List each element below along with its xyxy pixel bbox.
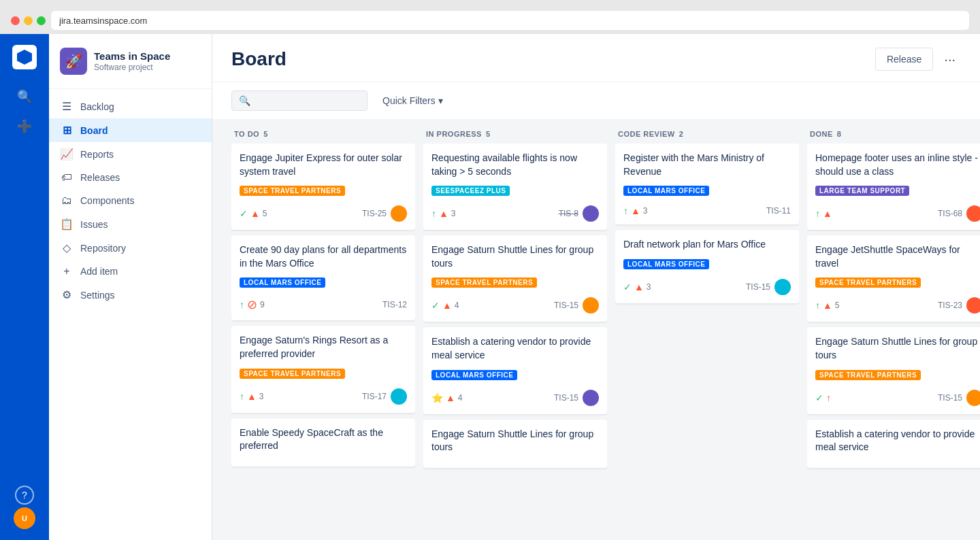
sidebar-item-components[interactable]: 🗂 Components [49,189,212,212]
traffic-lights [11,16,46,25]
releases-icon: 🏷 [60,171,74,184]
sidebar-item-releases[interactable]: 🏷 Releases [49,166,212,189]
card-title: Engage JetShuttle SpaceWays for travel [815,243,980,270]
add-item-icon: + [60,265,74,277]
search-box[interactable]: 🔍 [231,90,368,111]
card-title: Homepage footer uses an inline style - s… [815,152,980,178]
card-label: LOCAL MARS OFFICE [240,277,325,288]
create-icon[interactable]: ➕ [11,113,38,140]
story-icon: ↑ [815,300,820,311]
sidebar-item-reports[interactable]: 📈 Reports [49,142,212,166]
maximize-button[interactable] [37,16,46,25]
priority-icon: ▲ [247,391,257,402]
card-saturn-shuttle[interactable]: Engage Saturn Shuttle Lines for group to… [423,235,607,322]
sidebar-item-repository[interactable]: ◇ Repository [49,236,212,260]
settings-icon: ⚙ [60,288,74,301]
issues-label: Issues [80,219,108,230]
card-engage-saturn2[interactable]: Engage Saturn Shuttle Lines for group to… [423,420,607,468]
global-sidebar: 🔍 ➕ ? U [0,34,49,540]
card-homepage-footer[interactable]: Homepage footer uses an inline style - s… [807,144,980,230]
card-icons: ↑ ▲ 3 [431,208,456,219]
sidebar-item-issues[interactable]: 📋 Issues [49,212,212,236]
components-label: Components [80,195,134,206]
close-button[interactable] [11,16,20,25]
card-label: LOCAL MARS OFFICE [623,186,709,196]
card-catering[interactable]: Establish a catering vendor to provide m… [423,327,607,414]
backlog-icon: ☰ [60,100,74,113]
card-enable[interactable]: Enable Speedy SpaceCraft as the preferre… [231,418,415,467]
sidebar-item-board[interactable]: ⊞ Board [49,118,212,142]
card-label: LOCAL MARS OFFICE [431,370,517,380]
header-actions: Release ··· [875,48,961,71]
priority-icon: ▲ [250,208,260,219]
story-icon: ↑ [240,391,244,402]
search-icon[interactable]: 🔍 [11,83,38,110]
card-right: TIS-15 [938,390,980,406]
column-count-inprogress: 5 [486,130,491,138]
quick-filters-button[interactable]: Quick Filters ▾ [376,91,450,110]
settings-label: Settings [80,290,115,301]
cards-list-todo: Engage Jupiter Express for outer solar s… [231,144,415,540]
column-header-todo: TO DO 5 [231,124,415,144]
issues-icon: 📋 [60,218,74,231]
user-avatar[interactable]: U [14,507,35,529]
story-icon: ↑ [431,208,436,219]
card-count: 9 [260,300,265,309]
releases-label: Releases [80,172,120,183]
column-count-done: 8 [837,130,842,138]
address-bar[interactable]: jira.teamsinspace.com [51,11,969,30]
card-label: SPACE TRAVEL PARTNERS [240,186,345,196]
card-right: TIS-12 [382,300,407,309]
card-footer: ↑ ⊘ 9 TIS-12 [240,297,407,312]
cards-list-inprogress: Requesting available flights is now taki… [423,144,607,540]
project-info: Teams in Space Software project [94,50,170,72]
priority-icon: ▲ [439,208,448,219]
card-right: TIS-8 [559,205,599,222]
help-icon[interactable]: ? [15,486,34,505]
priority-icon: ▲ [631,205,640,216]
project-sidebar: 🚀 Teams in Space Software project ☰ Back… [49,34,212,540]
card-right: TIS-17 [362,388,407,405]
blocker-icon: ⊘ [247,297,257,312]
card-footer: ↑ ▲ 5 TIS-23 [815,297,980,314]
card-footer: ↑ ▲ 3 TIS-17 [240,388,407,405]
card-avatar [966,390,980,406]
card-tis8[interactable]: Requesting available flights is now taki… [423,144,607,230]
card-catering-done[interactable]: Establish a catering vendor to provide m… [807,420,980,468]
card-title: Draft network plan for Mars Office [623,238,791,252]
app-logo[interactable] [12,45,37,69]
card-title: Establish a catering vendor to provide m… [815,428,980,454]
card-count: 5 [835,301,840,310]
story-icon: ↑ [623,205,628,216]
card-title: Enable Speedy SpaceCraft as the preferre… [240,426,407,453]
card-network-plan[interactable]: Draft network plan for Mars Office LOCAL… [615,230,799,303]
card-icons: ↑ ▲ 3 [240,391,264,402]
priority-icon: ▲ [823,300,832,311]
story-icon: ↑ [240,299,244,310]
sidebar-item-add-item[interactable]: + Add item [49,260,212,283]
sidebar-item-settings[interactable]: ⚙ Settings [49,283,212,307]
column-todo: TO DO 5 Engage Jupiter Express for outer… [231,124,415,540]
reports-icon: 📈 [60,148,74,161]
quick-filters-label: Quick Filters [382,95,436,106]
card-footer: ⭐ ▲ 4 TIS-15 [431,390,599,406]
minimize-button[interactable] [24,16,33,25]
more-options-button[interactable]: ··· [938,49,961,70]
card-saturn-shuttle-done[interactable]: Engage Saturn Shuttle Lines for group to… [807,327,980,414]
card-right: TIS-23 [938,297,980,314]
check-icon: ✓ [815,392,823,403]
card-right: TIS-15 [746,279,791,295]
release-button[interactable]: Release [875,48,933,71]
card-tis25[interactable]: Engage Jupiter Express for outer solar s… [231,144,415,230]
card-tis12[interactable]: Create 90 day plans for all departments … [231,235,415,320]
card-mars-ministry[interactable]: Register with the Mars Ministry of Reven… [615,144,799,224]
card-label: SPACE TRAVEL PARTNERS [815,277,921,288]
card-title: Engage Saturn Shuttle Lines for group to… [815,335,980,362]
card-title: Engage Saturn Shuttle Lines for group to… [431,428,599,454]
card-jetshuttle[interactable]: Engage JetShuttle SpaceWays for travel S… [807,235,980,322]
card-tis17[interactable]: Engage Saturn's Rings Resort as a prefer… [231,326,415,412]
card-title: Register with the Mars Ministry of Reven… [623,152,791,178]
sidebar-item-backlog[interactable]: ☰ Backlog [49,95,212,118]
check-icon: ✓ [623,282,632,292]
card-footer: ✓ ▲ 5 TIS-25 [240,205,407,222]
